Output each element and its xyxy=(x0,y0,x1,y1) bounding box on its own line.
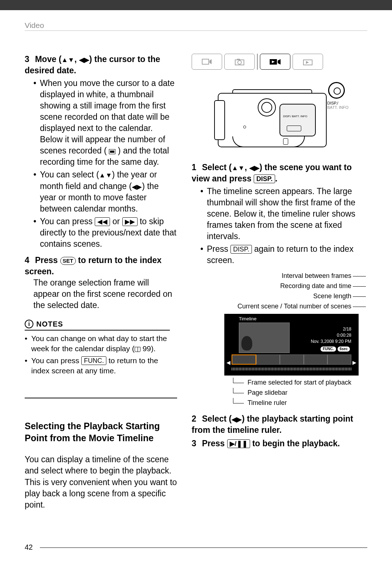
timeline-meta: 2/18 0:00:28 Nov. 3,2008 9:20 PM FUNC.6s… xyxy=(311,326,351,352)
section-header: Video xyxy=(25,21,44,30)
updown-icon: ▲▼ xyxy=(99,172,112,179)
mode-photo-play-icon xyxy=(293,54,323,70)
t: When you move the cursor to a date displ… xyxy=(40,78,175,155)
bullets: When you move the cursor to a date displ… xyxy=(33,78,177,250)
footer-rule xyxy=(40,547,367,548)
timeline-top-labels: Interval between frames Recording date a… xyxy=(200,271,367,312)
step-1: 1 Select (▲▼, ◀▶) the scene you want to … xyxy=(192,162,367,266)
label-selected-frame: Frame selected for start of playback xyxy=(233,378,367,388)
meta-scene: 2/18 xyxy=(311,326,351,332)
t: You can press xyxy=(40,217,95,226)
step-title: Press SET to return to the index screen. xyxy=(25,255,162,276)
t: You can press xyxy=(31,356,81,365)
section-title: Selecting the Playback Starting Point fr… xyxy=(25,420,177,444)
cam-grip xyxy=(279,104,316,136)
t: Select ( xyxy=(202,163,232,172)
mode-separator xyxy=(257,54,258,70)
page-number: 42 xyxy=(25,543,33,551)
label-length: Scene length xyxy=(200,291,351,302)
note-item: You can press FUNC. to return to the ind… xyxy=(25,356,177,376)
step-body: The orange selection frame will appear o… xyxy=(33,277,177,311)
step-title: Press ▶/❚❚ to begin the playback. xyxy=(202,439,340,448)
t: You can select ( xyxy=(40,170,99,179)
svg-rect-0 xyxy=(202,59,209,64)
leftright-icon: ◀▶ xyxy=(232,416,242,423)
step-4: 4 Press SET to return to the index scree… xyxy=(25,255,177,311)
bullet: You can select (▲▼) the year or month fi… xyxy=(33,169,177,214)
ruler-left-arrow-icon: ◀ xyxy=(226,360,230,365)
ruler-frame xyxy=(327,354,351,365)
step-3: 3 Move (▲▼, ◀▶) the cursor to the desire… xyxy=(25,54,177,250)
svg-marker-1 xyxy=(209,59,212,64)
timeline-thumbnail xyxy=(239,323,290,353)
t: Move ( xyxy=(35,54,61,64)
label-scene-count: Current scene / Total number of scenes xyxy=(200,302,351,312)
mode-movie-rec-icon xyxy=(192,54,222,70)
label-interval: Interval between frames xyxy=(200,271,351,281)
section-body: You can display a timeline of the scene … xyxy=(25,454,177,510)
notes-rule xyxy=(25,330,170,331)
step-number: 3 xyxy=(25,54,33,64)
ruler-right-arrow-icon: ▶ xyxy=(352,360,356,365)
meta-date: Nov. 3,2008 9:20 PM xyxy=(311,339,351,345)
window-titlebar xyxy=(0,0,392,10)
cam-ring-inner xyxy=(261,102,272,113)
notes-heading: i NOTES xyxy=(25,320,177,328)
step-number: 1 xyxy=(192,163,200,172)
disp-button-icon: DISP. xyxy=(230,245,252,254)
t: to begin the playback. xyxy=(250,439,340,448)
disp-button-icon: DISP. xyxy=(254,175,275,183)
t: 99). xyxy=(140,344,156,353)
ruler-frame xyxy=(304,354,328,365)
left-column: 3 Move (▲▼, ◀▶) the cursor to the desire… xyxy=(25,54,177,510)
t: Press xyxy=(35,255,60,265)
disp-button-label: DISP./ BATT. INFO xyxy=(327,101,348,110)
t: DISP. xyxy=(327,101,337,105)
t: , xyxy=(74,54,79,64)
step-title: Move (▲▼, ◀▶) the cursor to the desired … xyxy=(25,54,160,75)
document-page: Video 3 Move (▲▼, ◀▶) the cursor to the … xyxy=(0,10,392,566)
step-number: 2 xyxy=(192,414,200,424)
timeline-screen: Timeline 2/18 0:00:28 Nov. 3,2008 9:20 P… xyxy=(224,314,359,376)
step-title: Select (▲▼, ◀▶) the scene you want to vi… xyxy=(192,163,352,183)
leftright-icon: ◀▶ xyxy=(249,164,260,172)
step-2: 2 Select (◀▶) the playback starting poin… xyxy=(192,413,367,436)
func-button-icon: FUNC. xyxy=(81,356,106,365)
cam-strap xyxy=(232,136,305,147)
mode-movie-play-icon xyxy=(260,54,290,70)
notes-label: NOTES xyxy=(36,320,63,328)
ruler-frame xyxy=(256,354,280,365)
step-number: 3 xyxy=(192,439,200,448)
disp-button-highlight xyxy=(328,82,345,99)
bullet: The timeline screen appears. The large t… xyxy=(200,186,367,242)
bullet: When you move the cursor to a date displ… xyxy=(33,78,177,168)
leftright-icon: ◀▶ xyxy=(132,183,142,190)
set-button-icon: SET xyxy=(60,257,76,265)
next-button-icon: ▶▶ xyxy=(122,217,138,226)
ruler-frame-selected xyxy=(232,354,256,365)
bullets: The timeline screen appears. The large t… xyxy=(200,186,367,266)
svg-point-3 xyxy=(238,61,241,64)
bullet: You can press ◀◀ or ▶▶ to skip directly … xyxy=(33,216,177,250)
updown-icon: ▲▼ xyxy=(232,164,245,172)
step-3: 3 Press ▶/❚❚ to begin the playback. xyxy=(192,438,367,449)
cam-detail xyxy=(287,126,301,131)
manual-ref-icon xyxy=(135,347,140,352)
camcorder-diagram: DISP./ BATT. INFO DISP./ BATT. INFO xyxy=(211,78,348,155)
ruler-frame xyxy=(280,354,304,365)
step-title: Select (◀▶) the playback starting point … xyxy=(192,414,353,435)
t: , xyxy=(245,163,249,172)
t: Press xyxy=(202,439,227,448)
play-pause-button-icon: ▶/❚❚ xyxy=(227,439,250,448)
t: or xyxy=(110,217,122,226)
info-icon: i xyxy=(25,320,33,328)
prev-button-icon: ◀◀ xyxy=(95,217,110,226)
updown-icon: ▲▼ xyxy=(61,56,74,63)
label-ruler: Timeline ruler xyxy=(233,398,367,408)
meta-length: 0:00:28 xyxy=(311,332,351,339)
svg-marker-9 xyxy=(306,61,309,64)
right-column: DISP./ BATT. INFO DISP./ BATT. INFO 1 Se… xyxy=(192,54,367,449)
t: Press xyxy=(207,244,230,254)
interval-pill: 6sec xyxy=(338,346,350,352)
mode-photo-rec-icon xyxy=(224,54,255,70)
